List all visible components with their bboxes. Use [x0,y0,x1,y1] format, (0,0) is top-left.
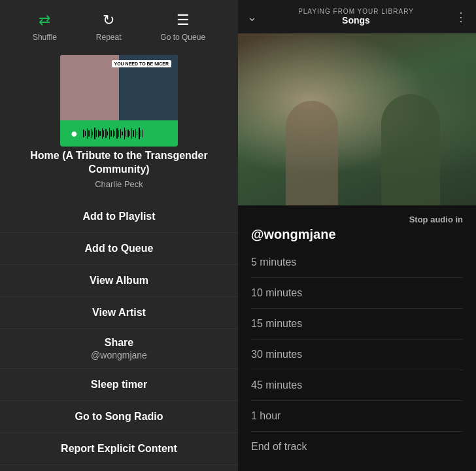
person-silhouette-2 [381,94,440,205]
shuffle-label: Shuffle [33,33,57,42]
person-silhouette-1 [286,101,338,205]
song-title: Home (A Tribute to the Transgender Commu… [0,149,238,177]
sleep-timer-button[interactable]: Sleep timer [0,369,238,401]
repeat-button[interactable]: ↻ Repeat [96,12,122,42]
chevron-down-icon[interactable]: ⌄ [247,10,257,24]
add-playlist-button[interactable]: Add to Playlist [0,201,238,233]
shuffle-button[interactable]: ⇄ Shuffle [33,12,57,42]
menu-list: Add to Playlist Add to Queue View Album … [0,201,238,471]
add-queue-button[interactable]: Add to Queue [0,233,238,265]
now-playing-title: Songs [257,15,455,26]
spotify-code-bar: ● [60,120,178,147]
report-button[interactable]: Report Explicit Content [0,433,238,465]
album-art-image: YOU NEED TO BE NICER [60,55,178,120]
sleep-timer-title: Stop audio in [251,215,463,224]
timer-30min[interactable]: 30 minutes [251,340,463,370]
share-button[interactable]: Share @wongmjane [0,329,238,369]
timer-end-track[interactable]: End of track [251,432,463,462]
album-image-large [238,33,476,205]
now-playing-label: PLAYING FROM YOUR LIBRARY [257,8,455,15]
now-playing-text: PLAYING FROM YOUR LIBRARY Songs [257,8,455,26]
repeat-label: Repeat [96,33,122,42]
sleep-timer-panel: Stop audio in @wongmjane 5 minutes 10 mi… [238,205,476,471]
queue-icon: ☰ [177,12,190,29]
timer-15min[interactable]: 15 minutes [251,309,463,340]
barcode-bars [83,128,167,139]
username-label: @wongmjane [251,227,463,242]
queue-label: Go to Queue [160,33,205,42]
top-controls: ⇄ Shuffle ↻ Repeat ☰ Go to Queue [0,0,238,48]
song-radio-button[interactable]: Go to Song Radio [0,401,238,433]
you-need-badge: YOU NEED TO BE NICER [112,60,172,67]
song-artist: Charlie Peck [95,179,143,189]
view-artist-button[interactable]: View Artist [0,297,238,329]
now-playing-bar: ⌄ PLAYING FROM YOUR LIBRARY Songs ⋮ [238,0,476,33]
timer-10min[interactable]: 10 minutes [251,278,463,309]
right-panel: ⌄ PLAYING FROM YOUR LIBRARY Songs ⋮ Stop… [238,0,476,471]
more-options-icon[interactable]: ⋮ [455,10,467,24]
show-credits-button[interactable]: Show Credits [0,465,238,471]
view-album-button[interactable]: View Album [0,265,238,297]
album-art-container: YOU NEED TO BE NICER ● [60,55,178,140]
shuffle-icon: ⇄ [39,12,50,29]
repeat-icon: ↻ [103,12,114,29]
queue-button[interactable]: ☰ Go to Queue [160,12,205,42]
timer-45min[interactable]: 45 minutes [251,370,463,401]
spotify-logo-icon: ● [71,127,78,141]
left-panel: ⇄ Shuffle ↻ Repeat ☰ Go to Queue YOU NEE… [0,0,238,471]
timer-5min[interactable]: 5 minutes [251,247,463,278]
timer-1hour[interactable]: 1 hour [251,401,463,432]
